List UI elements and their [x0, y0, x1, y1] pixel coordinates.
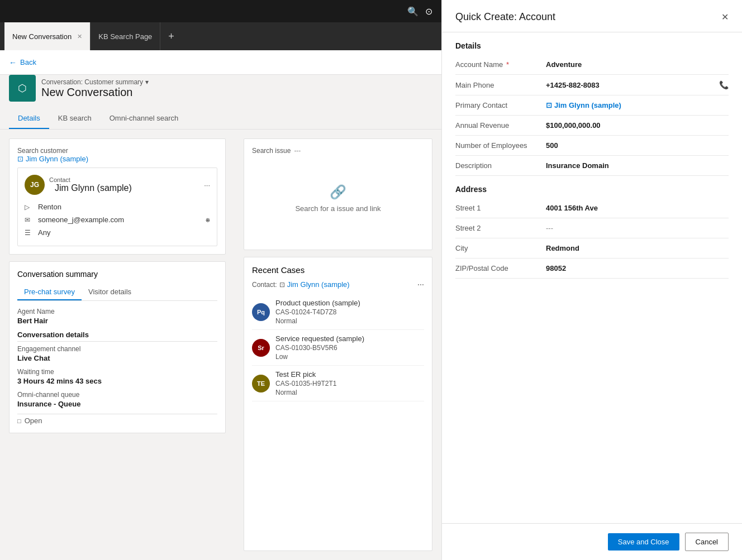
- conversation-summary-panel: Conversation summary Pre-chat survey Vis…: [9, 261, 226, 433]
- contact-email-row: ✉ someone_j@example.com ⎈: [25, 213, 210, 226]
- save-and-close-button[interactable]: Save and Close: [608, 533, 679, 551]
- details-section-title: Details: [455, 32, 729, 55]
- tab-visitor-details[interactable]: Visitor details: [82, 284, 138, 300]
- quick-create-footer: Save and Close Cancel: [442, 523, 742, 560]
- case-contact-link[interactable]: Jim Glynn (sample): [287, 280, 350, 289]
- more-cases-icon[interactable]: ⋯: [417, 281, 424, 289]
- link-icon: 🔗: [330, 184, 346, 200]
- description-label: Description: [455, 161, 539, 170]
- account-name-value[interactable]: Adventure: [546, 60, 729, 69]
- case-name-1: Product question (sample): [275, 299, 360, 307]
- description-field: Description Insurance Domain: [455, 156, 729, 176]
- tab-kb-search[interactable]: KB Search Page: [91, 22, 160, 50]
- street2-value[interactable]: ---: [546, 224, 729, 232]
- case-priority-1: Normal: [275, 317, 360, 325]
- cancel-button[interactable]: Cancel: [685, 533, 729, 551]
- contact-email: someone_j@example.com: [38, 216, 124, 224]
- more-options-icon[interactable]: ···: [204, 181, 210, 189]
- left-panel: 🔍 ⊙ New Conversation ✕ KB Search Page + …: [0, 0, 441, 560]
- tab-add-button[interactable]: +: [164, 31, 179, 42]
- case-avatar-1: Pq: [252, 303, 270, 321]
- zip-value[interactable]: 98052: [546, 264, 729, 272]
- search-issue-empty-text: Search for a issue and link: [295, 204, 380, 213]
- search-issue-panel: Search issue --- 🔗 Search for a issue an…: [244, 138, 432, 250]
- street2-field: Street 2 ---: [455, 218, 729, 238]
- phone-row: +1425-882-8083 📞: [546, 80, 729, 89]
- case-item-1: Pq Product question (sample) CAS-01024-T…: [252, 294, 424, 330]
- back-bar: ← Back: [0, 50, 441, 75]
- contact-name-block: Contact Jim Glynn (sample): [49, 176, 132, 193]
- phone-icon[interactable]: 📞: [719, 80, 729, 89]
- contact-icon: ⊡: [17, 155, 23, 163]
- required-indicator: *: [506, 60, 509, 69]
- num-employees-value[interactable]: 500: [546, 141, 729, 150]
- contact-link-icon: ⊡: [546, 101, 552, 109]
- top-bar: 🔍 ⊙: [0, 0, 441, 22]
- settings-icon[interactable]: ⊙: [425, 6, 432, 17]
- category-icon: ☰: [25, 229, 34, 237]
- contact-type: Contact: [49, 176, 132, 183]
- contact-city: Renton: [38, 203, 61, 211]
- search-icon[interactable]: 🔍: [407, 6, 418, 17]
- annual-revenue-value[interactable]: $100,000,000.00: [546, 121, 729, 130]
- case-contact-row: Contact: ⊡ Jim Glynn (sample) ⋯: [252, 280, 424, 289]
- primary-contact-label: Primary Contact: [455, 101, 539, 109]
- case-info-2: Service requested (sample) CAS-01030-B5V…: [275, 334, 364, 361]
- tab-kb-search-detail[interactable]: KB search: [49, 108, 101, 129]
- quick-create-close-button[interactable]: ✕: [721, 12, 729, 22]
- engagement-channel-field: Engagement channel Live Chat: [17, 345, 217, 362]
- search-customer-label: Search customer ⊡ Jim Glynn (sample): [17, 147, 217, 163]
- case-priority-3: Normal: [275, 389, 336, 396]
- contact-card-header: JG Contact Jim Glynn (sample) ···: [25, 175, 210, 195]
- waiting-time-label: Waiting time: [17, 368, 217, 376]
- tab-new-conversation-close[interactable]: ✕: [77, 33, 82, 40]
- case-name-2: Service requested (sample): [275, 334, 364, 343]
- tab-new-conversation[interactable]: New Conversation ✕: [4, 22, 91, 50]
- status-icon: □: [17, 418, 21, 424]
- contact-city-row: ▷ Renton: [25, 200, 210, 213]
- conversation-subtitle: Conversation: Customer summary ▾: [41, 78, 149, 86]
- conversation-avatar-icon: ⬡: [18, 82, 27, 94]
- tab-bar: New Conversation ✕ KB Search Page +: [0, 22, 441, 50]
- quick-create-header: Quick Create: Account ✕: [442, 0, 742, 32]
- primary-contact-value[interactable]: ⊡ Jim Glynn (sample): [546, 101, 621, 109]
- case-priority-2: Low: [275, 353, 364, 361]
- send-icon[interactable]: ⎈: [206, 216, 210, 224]
- main-phone-label: Main Phone: [455, 81, 539, 89]
- omni-queue-value: Insurance - Queue: [17, 400, 217, 408]
- case-id-1: CAS-01024-T4D7Z8: [275, 308, 360, 316]
- customer-link[interactable]: ⊡ Jim Glynn (sample): [17, 155, 217, 163]
- conversation-avatar: ⬡: [9, 75, 36, 102]
- chevron-down-icon[interactable]: ▾: [145, 78, 149, 86]
- description-value[interactable]: Insurance Domain: [546, 161, 729, 170]
- num-employees-label: Number of Employees: [455, 141, 539, 150]
- city-label: City: [455, 244, 539, 252]
- engagement-channel-label: Engagement channel: [17, 345, 217, 353]
- back-button[interactable]: ← Back: [9, 58, 36, 67]
- quick-create-panel: Quick Create: Account ✕ Details Account …: [441, 0, 742, 560]
- case-id-2: CAS-01030-B5V5R6: [275, 344, 364, 352]
- tab-omni-channel[interactable]: Omni-channel search: [101, 108, 188, 129]
- tab-details[interactable]: Details: [9, 108, 49, 129]
- quick-create-body: Details Account Name * Adventure Main Ph…: [442, 32, 742, 523]
- back-label: Back: [20, 58, 36, 66]
- search-issue-body: 🔗 Search for a issue and link: [252, 159, 424, 237]
- annual-revenue-label: Annual Revenue: [455, 121, 539, 130]
- main-phone-value[interactable]: +1425-882-8083: [546, 81, 719, 89]
- tab-pre-chat[interactable]: Pre-chat survey: [17, 284, 82, 300]
- zip-field: ZIP/Postal Code 98052: [455, 259, 729, 279]
- omni-queue-label: Omni-channel queue: [17, 391, 217, 399]
- street1-label: Street 1: [455, 204, 539, 212]
- content-area: Search customer ⊡ Jim Glynn (sample) JG: [0, 130, 441, 560]
- street1-value[interactable]: 4001 156th Ave: [546, 204, 729, 212]
- contact-name: Jim Glynn (sample): [55, 183, 132, 193]
- recent-cases-panel: Recent Cases Contact: ⊡ Jim Glynn (sampl…: [244, 257, 432, 551]
- search-issue-header: Search issue ---: [252, 147, 424, 155]
- back-arrow-icon: ←: [9, 58, 17, 67]
- quick-create-title: Quick Create: Account: [455, 11, 555, 23]
- city-value[interactable]: Redmond: [546, 244, 729, 252]
- zip-label: ZIP/Postal Code: [455, 264, 539, 272]
- conv-details-section: Conversation details: [17, 331, 217, 342]
- contact-card: JG Contact Jim Glynn (sample) ··· ▷ Rent…: [17, 167, 217, 246]
- summary-tabs: Pre-chat survey Visitor details: [17, 284, 217, 301]
